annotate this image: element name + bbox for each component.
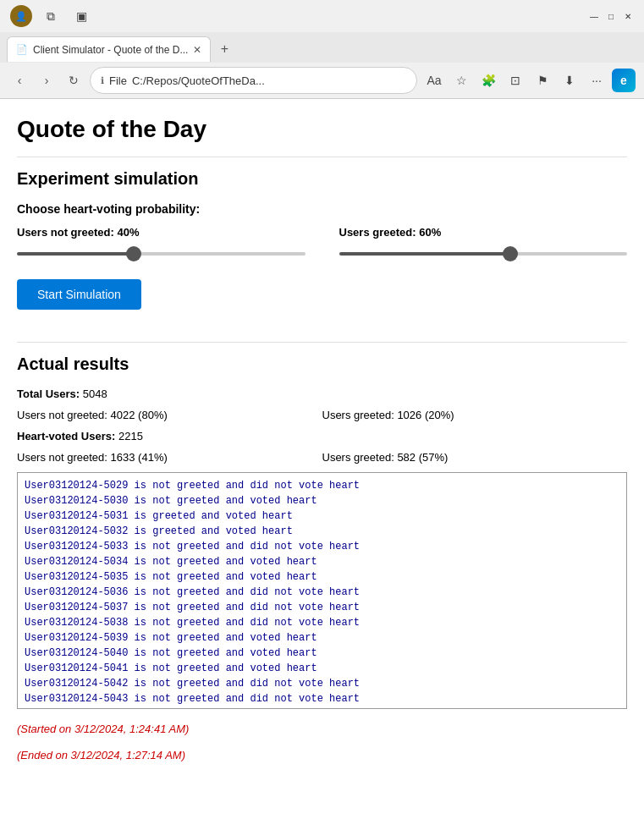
log-line: User03120124-5043 is not greeted and did…: [25, 691, 619, 706]
log-line: User03120124-5031 is greeted and voted h…: [25, 508, 619, 524]
log-line: User03120124-5034 is not greeted and vot…: [25, 554, 619, 569]
extensions-icon[interactable]: 🧩: [476, 69, 500, 92]
total-users-label: Total Users:: [17, 388, 80, 400]
active-tab[interactable]: 📄 Client Simulator - Quote of the D... ✕: [7, 36, 211, 62]
greeted-slider[interactable]: [339, 252, 628, 256]
log-line: User03120124-5035 is not greeted and vot…: [25, 569, 619, 585]
greeted-value: 60%: [419, 226, 441, 239]
address-bar: ‹ › ↻ ℹ File C:/Repos/QuoteOfTheDa... Aa…: [0, 63, 644, 98]
tab-page-icon: 📄: [16, 44, 28, 55]
toolbar-icons: Aa ☆ 🧩 ⊡ ⚑ ⬇ ··· e: [422, 69, 636, 92]
ended-timestamp: (Ended on 3/12/2024, 1:27:14 AM): [17, 749, 627, 761]
results-heading: Actual results: [17, 355, 627, 374]
heart-not-greeted-value: 1633 (41%): [111, 451, 168, 464]
back-button[interactable]: ‹: [8, 69, 30, 91]
log-line: User03120124-5039 is not greeted and vot…: [25, 630, 619, 646]
greeted-result: Users greeted: 1026 (20%): [322, 409, 628, 421]
file-label: File: [109, 74, 127, 87]
greeted-result-label: Users greeted:: [322, 409, 394, 421]
new-tab-button[interactable]: +: [212, 37, 236, 61]
url-bar[interactable]: ℹ File C:/Repos/QuoteOfTheDa...: [90, 67, 417, 94]
download-icon[interactable]: ⬇: [558, 69, 581, 92]
not-greeted-slider[interactable]: [17, 252, 305, 256]
heart-voted-label: Heart-voted Users:: [17, 430, 115, 442]
browser-chrome: 👤 ⧉ ▣ — □ ✕ 📄 Client Simulator - Quote o…: [0, 0, 644, 99]
info-icon: ℹ: [101, 75, 104, 86]
experiment-heading: Experiment simulation: [17, 169, 627, 189]
log-line: User03120124-5033 is not greeted and did…: [25, 539, 619, 554]
heart-greeted-distribution-row: Users not greeted: 1633 (41%) Users gree…: [17, 451, 627, 464]
title-bar-left: 👤 ⧉ ▣: [10, 4, 93, 28]
log-line: User03120124-5029 is not greeted and did…: [25, 478, 619, 493]
sidebar-icon[interactable]: ▣: [69, 4, 93, 28]
started-timestamp: (Started on 3/12/2024, 1:24:41 AM): [17, 723, 627, 735]
tab-bar: 📄 Client Simulator - Quote of the D... ✕…: [0, 32, 644, 63]
total-users-row: Total Users: 5048: [17, 388, 627, 400]
log-line: User03120124-5040 is not greeted and vot…: [25, 646, 619, 661]
split-screen-icon[interactable]: ⊡: [504, 69, 527, 92]
not-greeted-label: Users not greeted: 40%: [17, 226, 305, 239]
log-line: User03120124-5036 is not greeted and did…: [25, 585, 619, 600]
log-line: User03120124-5042 is not greeted and did…: [25, 676, 619, 691]
window-controls: — □ ✕: [588, 10, 634, 22]
heart-greeted-result: Users greeted: 582 (57%): [322, 451, 628, 464]
close-button[interactable]: ✕: [622, 10, 634, 22]
avatar: 👤: [10, 5, 32, 27]
settings-icon[interactable]: ···: [585, 69, 608, 92]
log-line: User03120124-5030 is not greeted and vot…: [25, 493, 619, 508]
page-content: Quote of the Day Experiment simulation C…: [0, 99, 644, 787]
read-aloud-icon[interactable]: Aa: [422, 69, 446, 92]
edge-copilot-icon[interactable]: e: [612, 69, 636, 92]
heart-greeted-value: 582 (57%): [397, 451, 448, 464]
log-line: User03120124-5044 is greeted and voted h…: [25, 706, 619, 709]
url-text: C:/Repos/QuoteOfTheDa...: [132, 74, 265, 87]
log-line: User03120124-5032 is greeted and voted h…: [25, 524, 619, 539]
results-section: Actual results Total Users: 5048 Users n…: [17, 342, 627, 761]
log-line: User03120124-5038 is not greeted and did…: [25, 615, 619, 630]
minimize-button[interactable]: —: [588, 10, 600, 22]
experiment-section: Experiment simulation Choose heart-votin…: [17, 157, 627, 330]
not-greeted-value: 40%: [118, 226, 140, 239]
total-users-value: 5048: [83, 388, 107, 400]
favorites-icon[interactable]: ☆: [449, 69, 473, 92]
greeted-distribution-row: Users not greeted: 4022 (80%) Users gree…: [17, 409, 627, 421]
probability-label: Choose heart-voting probability:: [17, 202, 627, 216]
heart-greeted-label: Users greeted:: [322, 451, 394, 464]
heart-not-greeted-label: Users not greeted:: [17, 451, 107, 464]
refresh-button[interactable]: ↻: [63, 69, 85, 91]
log-box[interactable]: User03120124-5029 is not greeted and did…: [17, 472, 627, 709]
not-greeted-slider-group: Users not greeted: 40%: [17, 226, 305, 259]
greeted-label: Users greeted: 60%: [339, 226, 628, 239]
maximize-button[interactable]: □: [605, 10, 617, 22]
heart-voted-row: Heart-voted Users: 2215: [17, 430, 627, 442]
title-bar: 👤 ⧉ ▣ — □ ✕: [0, 0, 644, 32]
page-title: Quote of the Day: [17, 116, 627, 143]
greeted-result-value: 1026 (20%): [397, 409, 454, 421]
heart-voted-value: 2215: [118, 430, 143, 442]
log-line: User03120124-5037 is not greeted and did…: [25, 600, 619, 615]
greeted-slider-group: Users greeted: 60%: [339, 226, 628, 259]
forward-button[interactable]: ›: [36, 69, 58, 91]
not-greeted-result-label: Users not greeted:: [17, 409, 107, 421]
tab-close-button[interactable]: ✕: [193, 44, 201, 56]
sliders-row: Users not greeted: 40% Users greeted: 60…: [17, 226, 627, 259]
heart-not-greeted-result: Users not greeted: 1633 (41%): [17, 451, 322, 464]
collections-icon[interactable]: ⧉: [39, 4, 63, 28]
not-greeted-result-value: 4022 (80%): [111, 409, 168, 421]
profile-icon[interactable]: ⚑: [531, 69, 554, 92]
tab-label: Client Simulator - Quote of the D...: [33, 44, 188, 56]
log-line: User03120124-5041 is not greeted and vot…: [25, 661, 619, 676]
start-simulation-button[interactable]: Start Simulation: [17, 279, 141, 310]
not-greeted-result: Users not greeted: 4022 (80%): [17, 409, 322, 421]
